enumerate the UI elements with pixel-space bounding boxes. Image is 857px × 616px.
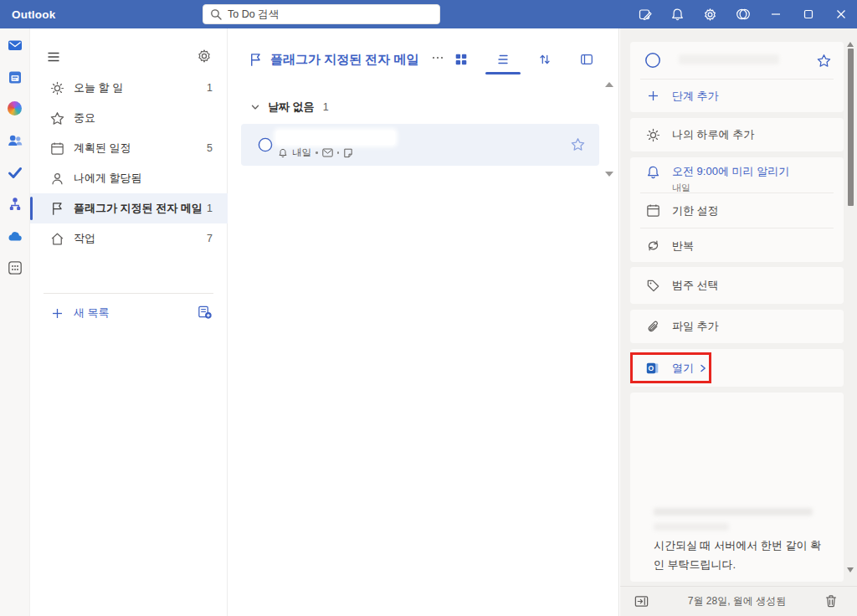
scroll-down-arrow[interactable] (847, 567, 854, 572)
app-title: Outlook (12, 8, 55, 21)
panel-scrollbar[interactable] (847, 28, 854, 586)
sidebar-item-label: 플래그가 지정된 전자 메일 (74, 201, 207, 216)
list-view-icon[interactable] (493, 49, 513, 69)
sidebar-item-tasks[interactable]: 작업 7 (30, 223, 228, 254)
sort-icon[interactable] (535, 49, 555, 69)
sidebar-item-assigned-to-me[interactable]: 나에게 할당됨 (30, 163, 228, 193)
new-list-label: 새 목록 (74, 305, 197, 321)
copilot-icon[interactable] (6, 100, 23, 117)
sidebar-item-count: 1 (207, 203, 213, 214)
detail-title-redacted (679, 54, 779, 64)
hide-detail-pane-icon[interactable] (634, 593, 650, 610)
new-group-icon[interactable] (197, 304, 213, 323)
scroll-up-arrow[interactable] (847, 42, 854, 47)
calendar-icon[interactable] (6, 68, 23, 85)
people-icon[interactable] (6, 131, 23, 149)
microsoft365-icon[interactable] (726, 0, 759, 28)
detail-task-checkbox[interactable] (644, 52, 661, 69)
maximize-icon[interactable] (792, 0, 824, 28)
paperclip-icon (644, 318, 661, 335)
group-header-no-date[interactable]: 날짜 없음 1 (249, 99, 329, 116)
reminder-title: 오전 9:00에 미리 알리기 (672, 164, 789, 179)
apps-icon[interactable] (6, 259, 23, 276)
open-card: O 열기 (630, 349, 844, 387)
detail-star-icon[interactable] (816, 53, 832, 69)
chevron-down-icon (249, 101, 261, 113)
task-row[interactable]: 내일 (241, 124, 599, 166)
plus-icon (644, 88, 661, 105)
meta-separator-dot (337, 151, 340, 154)
note-card[interactable]: 시간되실 때 서버에서 한번 같이 확인 부탁드립니다. (630, 393, 844, 582)
more-options-icon[interactable] (431, 51, 444, 68)
mail-icon (322, 148, 333, 157)
onedrive-icon[interactable] (6, 227, 23, 244)
note-icon (343, 148, 353, 158)
todo-icon[interactable] (6, 163, 23, 181)
sidebar-item-count: 1 (207, 82, 213, 94)
reminder-row[interactable]: 오전 9:00에 미리 알리기 내일 (630, 157, 844, 192)
add-file-button[interactable]: 파일 추가 (630, 310, 844, 343)
sidebar-item-label: 중요 (74, 110, 228, 126)
new-list-button[interactable]: 새 목록 (30, 298, 228, 328)
notifications-icon[interactable] (661, 0, 694, 28)
sidebar-item-planned[interactable]: 계획된 일정 5 (30, 133, 228, 163)
task-metadata: 내일 (278, 146, 353, 159)
tag-icon (644, 277, 661, 294)
repeat-icon (644, 238, 661, 254)
delete-task-icon[interactable] (824, 593, 840, 610)
scroll-up-arrow[interactable] (605, 82, 613, 87)
mail-icon[interactable] (6, 36, 23, 54)
sidebar-item-count: 5 (207, 142, 213, 154)
add-file-label: 파일 추가 (672, 319, 719, 334)
created-date-label: 7월 28일, 월에 생성됨 (650, 594, 824, 608)
reminder-bell-icon (644, 164, 661, 181)
sidebar-item-important[interactable]: 중요 (30, 103, 228, 133)
star-icon (49, 110, 65, 126)
group-label: 날짜 없음 (268, 100, 315, 115)
org-icon[interactable] (6, 195, 23, 213)
sidebar-item-flagged-email[interactable]: 플래그가 지정된 전자 메일 1 (30, 193, 228, 223)
repeat-button[interactable]: 반복 (630, 228, 844, 263)
search-box[interactable] (203, 4, 440, 24)
sun-icon (49, 80, 65, 96)
hamburger-menu-icon[interactable] (45, 49, 62, 65)
scroll-down-arrow[interactable] (605, 172, 613, 177)
sidebar-item-label: 작업 (74, 231, 207, 246)
task-detail-pane: 단계 추가 나의 하루에 추가 오전 9:00에 미리 알리기 내일 기한 설정 (620, 28, 857, 616)
task-title-redacted (276, 131, 395, 145)
task-checkbox[interactable] (258, 137, 273, 152)
outlook-todo-window: Outlook (0, 0, 857, 616)
repeat-label: 반복 (672, 239, 694, 254)
home-icon (49, 230, 65, 247)
pick-category-button[interactable]: 범주 선택 (630, 267, 844, 304)
add-to-my-day-button[interactable]: 나의 하루에 추가 (630, 118, 844, 151)
close-icon[interactable] (824, 0, 857, 28)
due-date-button[interactable]: 기한 설정 (630, 193, 844, 228)
note-text: 시간되실 때 서버에서 한번 같이 확인 부탁드립니다. (654, 536, 831, 575)
settings-icon[interactable] (694, 0, 726, 28)
meta-separator-dot (316, 151, 318, 154)
list-settings-gear-icon[interactable] (196, 49, 213, 65)
schedule-card: 오전 9:00에 미리 알리기 내일 기한 설정 반복 (630, 157, 844, 262)
add-to-my-day-label: 나의 하루에 추가 (672, 127, 754, 142)
sidebar-item-my-day[interactable]: 오늘 할 일 1 (30, 73, 228, 103)
add-to-my-day-card: 나의 하루에 추가 (630, 118, 844, 151)
page-title: 플래그가 지정된 전자 메일 (270, 52, 419, 68)
svg-text:O: O (649, 364, 654, 372)
sun-icon (644, 126, 661, 143)
note-redacted-line (654, 523, 729, 531)
search-input[interactable] (228, 8, 420, 20)
add-step-button[interactable]: 단계 추가 (630, 80, 844, 112)
sidebar-item-label: 계획된 일정 (74, 141, 207, 156)
task-reminder-label: 내일 (292, 146, 311, 159)
feedback-icon[interactable] (629, 0, 661, 28)
scrollbar-thumb[interactable] (848, 49, 854, 206)
task-star-icon[interactable] (570, 136, 586, 152)
detail-pane-icon[interactable] (577, 49, 597, 69)
detail-title-row[interactable] (630, 42, 844, 79)
grid-view-icon[interactable] (451, 49, 471, 69)
open-in-outlook-button[interactable]: O 열기 (630, 349, 844, 387)
flag-icon (49, 200, 65, 217)
minimize-icon[interactable] (759, 0, 792, 28)
flag-icon (248, 52, 264, 68)
